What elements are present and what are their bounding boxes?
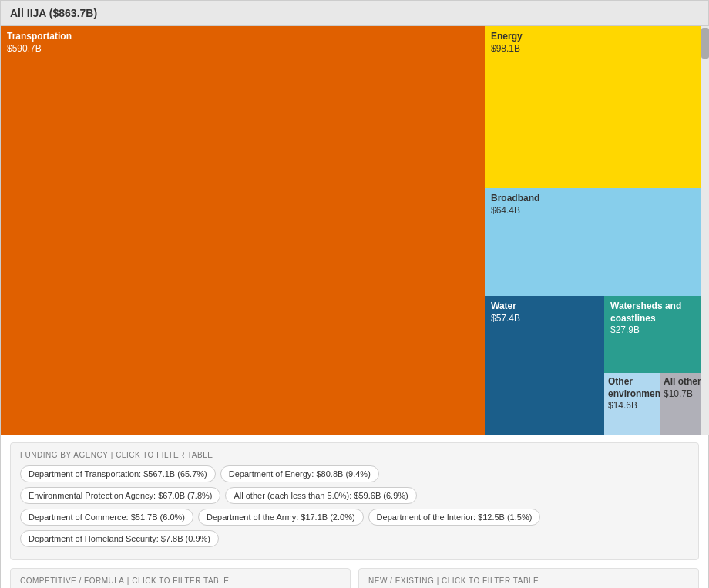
funding-agency-tags-row3: Department of Commerce: $51.7B (6.0%) De… bbox=[20, 509, 689, 526]
new-existing-title: NEW / EXISTING | Click to filter table bbox=[368, 576, 689, 585]
watersheds-label: Watersheds and coastlines bbox=[610, 301, 704, 324]
two-col-row: COMPETITIVE / FORMULA | Click to filter … bbox=[10, 568, 699, 588]
tag-dot[interactable]: Department of Transportation: $567.1B (6… bbox=[20, 465, 216, 482]
competitive-title: COMPETITIVE / FORMULA | Click to filter … bbox=[20, 576, 341, 585]
new-existing-section: NEW / EXISTING | Click to filter table E… bbox=[358, 568, 699, 588]
funding-agency-tags-row1: Department of Transportation: $567.1B (6… bbox=[20, 465, 689, 482]
block-other-env[interactable]: Other environment $14.6B bbox=[604, 373, 660, 435]
tag-allother[interactable]: All other (each less than 5.0%): $59.6B … bbox=[225, 487, 416, 504]
block-watersheds[interactable]: Watersheds and coastlines $27.9B bbox=[604, 296, 709, 373]
new-existing-click-label[interactable]: | Click to filter table bbox=[437, 576, 539, 585]
all-other-label: All other bbox=[664, 376, 706, 388]
block-energy[interactable]: Energy $98.1B bbox=[485, 26, 709, 188]
tag-interior[interactable]: Department of the Interior: $12.5B (1.5%… bbox=[368, 509, 541, 526]
broadband-value: $64.4B bbox=[491, 205, 704, 217]
bottom-sections: FUNDING BY AGENCY | Click to filter tabl… bbox=[1, 435, 708, 588]
water-label: Water bbox=[491, 301, 598, 313]
funding-by-agency-section: FUNDING BY AGENCY | Click to filter tabl… bbox=[10, 442, 699, 560]
block-broadband[interactable]: Broadband $64.4B bbox=[485, 188, 709, 296]
funding-agency-click-label[interactable]: | Click to filter table bbox=[111, 451, 213, 459]
chart-header: All IIJA ($863.7B) bbox=[1, 1, 708, 26]
tag-commerce[interactable]: Department of Commerce: $51.7B (6.0%) bbox=[20, 509, 193, 526]
funding-agency-title: FUNDING BY AGENCY | Click to filter tabl… bbox=[20, 451, 689, 459]
scroll-thumb[interactable] bbox=[701, 28, 709, 59]
block-water[interactable]: Water $57.4B bbox=[485, 296, 604, 435]
tag-army[interactable]: Department of the Army: $17.1B (2.0%) bbox=[198, 509, 364, 526]
funding-agency-tags-row4: Department of Homeland Security: $7.8B (… bbox=[20, 530, 689, 547]
broadband-label: Broadband bbox=[491, 193, 704, 205]
treemap: Transportation $590.7B Energy $98.1B Bro… bbox=[1, 26, 709, 435]
tag-epa[interactable]: Environmental Protection Agency: $67.0B … bbox=[20, 487, 220, 504]
energy-label: Energy bbox=[491, 31, 704, 43]
scrollbar[interactable] bbox=[701, 26, 709, 435]
energy-value: $98.1B bbox=[491, 43, 704, 55]
competitive-click-label[interactable]: | Click to filter table bbox=[127, 576, 230, 585]
other-env-value: $14.6B bbox=[608, 400, 656, 412]
block-transportation[interactable]: Transportation $590.7B bbox=[1, 26, 485, 435]
watersheds-value: $27.9B bbox=[610, 324, 704, 337]
all-other-value: $10.7B bbox=[664, 388, 706, 401]
funding-agency-tags-row2: Environmental Protection Agency: $67.0B … bbox=[20, 487, 689, 504]
tag-energy[interactable]: Department of Energy: $80.8B (9.4%) bbox=[220, 465, 379, 482]
other-env-label: Other environment bbox=[608, 376, 656, 400]
water-value: $57.4B bbox=[491, 313, 598, 325]
transportation-label: Transportation bbox=[7, 31, 479, 43]
tag-homeland[interactable]: Department of Homeland Security: $7.8B (… bbox=[20, 530, 219, 547]
transportation-value: $590.7B bbox=[7, 43, 479, 55]
competitive-formula-section: COMPETITIVE / FORMULA | Click to filter … bbox=[10, 568, 351, 588]
